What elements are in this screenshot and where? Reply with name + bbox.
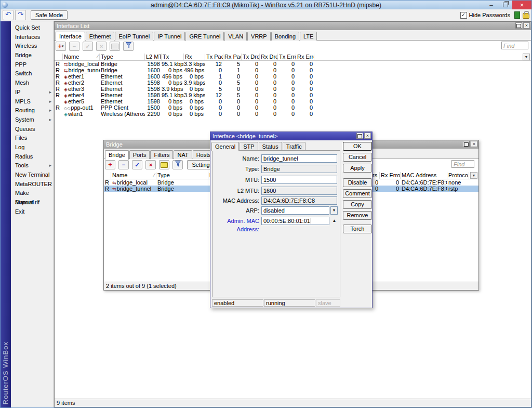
redo-button[interactable]: ↷: [15, 10, 26, 20]
column-header-name[interactable]: Name∕: [63, 54, 100, 60]
sidebar-item-ip[interactable]: IP▸: [11, 88, 54, 97]
tab-vlan[interactable]: VLAN: [224, 32, 247, 41]
table-row[interactable]: R◈ether4Ethernet159895.1 kbps3.9 kbps125…: [55, 92, 531, 98]
sidebar-item-quick-set[interactable]: Quick Set: [11, 23, 54, 33]
tab-ports[interactable]: Ports: [129, 150, 150, 159]
tab-gre-tunnel[interactable]: GRE Tunnel: [185, 32, 224, 41]
arp-select[interactable]: [261, 206, 329, 215]
tab-lte[interactable]: LTE: [300, 32, 317, 41]
tab-general[interactable]: General: [211, 142, 239, 151]
remove-button[interactable]: Remove: [343, 211, 372, 220]
remove-button[interactable]: −: [118, 160, 129, 169]
admin-mac-input[interactable]: 00:00:5E:80:01:01: [261, 217, 329, 225]
column-header-tx-drops[interactable]: Tx Drops: [242, 54, 260, 60]
close-button[interactable]: ×: [512, 1, 531, 9]
column-header-type[interactable]: Type: [156, 172, 208, 179]
column-header-type[interactable]: Type: [100, 54, 145, 60]
safe-mode-button[interactable]: Safe Mode: [31, 10, 68, 20]
sidebar-item-system[interactable]: System▸: [11, 115, 54, 125]
tab-traffic[interactable]: Traffic: [283, 142, 305, 151]
tab-eoip-tunnel[interactable]: EoIP Tunnel: [115, 32, 153, 41]
filter-button[interactable]: [172, 160, 183, 169]
column-select-button[interactable]: ▼: [470, 172, 477, 179]
sidebar-item-log[interactable]: Log: [11, 143, 54, 152]
enable-button[interactable]: ✓: [83, 42, 93, 51]
torch-button[interactable]: Torch: [343, 225, 372, 233]
close-button[interactable]: ×: [523, 22, 530, 29]
sidebar-item-exit[interactable]: Exit: [11, 207, 54, 217]
sidebar-item-manual[interactable]: Manual: [11, 198, 54, 207]
table-row[interactable]: R◈ether3Ethernet15983.9 kbps0 bps500000: [55, 86, 531, 92]
column-header-protoco[interactable]: Protoco...: [447, 172, 469, 179]
column-header-tx[interactable]: Tx: [162, 54, 184, 60]
tab-filters[interactable]: Filters: [150, 150, 173, 159]
mtu-input[interactable]: [261, 176, 337, 184]
sidebar-item-tools[interactable]: Tools▸: [11, 161, 54, 170]
tab-ethernet[interactable]: Ethernet: [86, 32, 115, 41]
minimize-button[interactable]: –: [484, 1, 498, 9]
apply-button[interactable]: Apply: [343, 164, 372, 173]
table-row[interactable]: R⇆bridge_tunnelBridge16000 bps496 bps010…: [55, 67, 531, 73]
filter-button[interactable]: [123, 42, 134, 51]
comment-button[interactable]: Comment: [343, 189, 372, 198]
tab-bridge[interactable]: Bridge: [105, 150, 129, 160]
sidebar-item-wireless[interactable]: Wireless: [11, 42, 54, 51]
cancel-button[interactable]: Cancel: [343, 153, 372, 162]
close-button[interactable]: ×: [471, 141, 477, 147]
disable-button[interactable]: ×: [145, 160, 156, 169]
tab-bonding[interactable]: Bonding: [271, 32, 299, 41]
tab-nat[interactable]: NAT: [174, 150, 192, 159]
remove-button[interactable]: −: [69, 42, 79, 51]
tab-vrrp[interactable]: VRRP: [247, 32, 271, 41]
column-header-rx-errors[interactable]: Rx Errors: [380, 172, 401, 179]
table-row[interactable]: ◈wlan1Wireless (Atheros 11N)22900 bps0 b…: [55, 111, 531, 117]
column-header-name[interactable]: Name∕: [111, 172, 156, 179]
sidebar-item-metarouter[interactable]: MetaROUTER: [11, 180, 54, 189]
dialog-titlebar[interactable]: Interface <bridge_tunnel> ×: [210, 132, 372, 140]
sidebar-item-new-terminal[interactable]: New Terminal: [11, 170, 54, 180]
sidebar-item-queues[interactable]: Queues: [11, 125, 54, 134]
sidebar-item-mpls[interactable]: MPLS▸: [11, 97, 54, 107]
find-input[interactable]: [451, 160, 474, 168]
column-header-rx-pac[interactable]: Rx Pac...: [223, 54, 242, 60]
add-button[interactable]: +▾: [56, 42, 66, 51]
column-header-l2-mtu[interactable]: L2 MTU: [145, 54, 162, 60]
sidebar-item-bridge[interactable]: Bridge: [11, 51, 54, 60]
name-input[interactable]: [261, 154, 337, 163]
restore-button[interactable]: [463, 141, 470, 147]
interface-list-titlebar[interactable]: Interface List ×: [55, 22, 531, 30]
sidebar-item-radius[interactable]: Radius: [11, 152, 54, 162]
hide-passwords-checkbox[interactable]: ✓: [460, 12, 467, 19]
sidebar-item-files[interactable]: Files: [11, 134, 54, 143]
copy-button[interactable]: Copy: [343, 200, 372, 209]
disable-button[interactable]: ×: [96, 42, 107, 51]
table-row[interactable]: ◈ether5Ethernet15980 bps0 bps000000: [55, 98, 531, 104]
tab-status[interactable]: Status: [259, 142, 282, 151]
comment-button[interactable]: [159, 160, 169, 169]
disable-button[interactable]: Disable: [343, 178, 372, 187]
collapse-option-button[interactable]: ▲: [331, 217, 338, 225]
maximize-button[interactable]: [498, 1, 512, 9]
sidebar-item-interfaces[interactable]: Interfaces: [11, 33, 54, 42]
sidebar-item-mesh[interactable]: Mesh: [11, 78, 54, 88]
column-header-rx[interactable]: Rx: [184, 54, 205, 60]
column-header-mac-address[interactable]: MAC Address: [401, 172, 447, 179]
arp-dropdown-button[interactable]: ▼: [330, 206, 338, 215]
column-header-tx-errors[interactable]: Tx Errors: [278, 54, 296, 60]
maximize-button[interactable]: [356, 133, 363, 139]
add-button[interactable]: +: [105, 160, 115, 169]
ok-button[interactable]: OK: [343, 142, 372, 151]
undo-button[interactable]: ↶: [3, 10, 14, 20]
tab-interface[interactable]: Interface: [56, 32, 85, 41]
column-header-rx-drops[interactable]: Rx Drops: [260, 54, 278, 60]
tab-ip-tunnel[interactable]: IP Tunnel: [154, 32, 185, 41]
comment-button[interactable]: [110, 42, 120, 51]
find-input[interactable]: [501, 42, 528, 49]
table-row[interactable]: R◈ether2Ethernet15980 bps3.9 kbps050000: [55, 80, 531, 86]
sidebar-item-ppp[interactable]: PPP: [11, 60, 54, 70]
table-row[interactable]: R◈ether1Ethernet1600456 bps0 bps100000: [55, 73, 531, 80]
column-header-flag[interactable]: [55, 54, 63, 60]
column-header-rx-errors[interactable]: Rx Errors: [296, 54, 314, 60]
column-header-flag[interactable]: [104, 172, 111, 179]
column-select-button[interactable]: ▼: [523, 54, 530, 60]
